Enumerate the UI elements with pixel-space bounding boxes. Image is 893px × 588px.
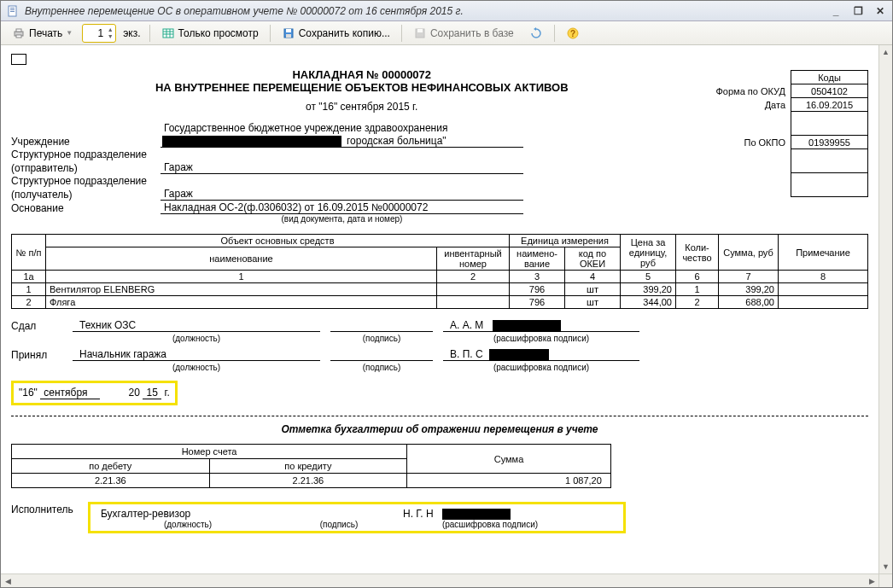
- org-text-1: Государственное бюджетное учреждение здр…: [161, 122, 523, 134]
- corner-box: [11, 54, 26, 65]
- save-copy-label: Сохранить копию...: [299, 27, 390, 39]
- print-button[interactable]: Печать ▼: [6, 24, 79, 43]
- svg-rect-6: [16, 35, 21, 38]
- spinner-up[interactable]: ▲: [105, 26, 115, 33]
- okpo-value: 01939955: [791, 136, 868, 149]
- th-sum: Сумма, руб: [719, 235, 779, 271]
- scrollbar-corner: [878, 573, 892, 587]
- redacted-org: [162, 136, 341, 147]
- executor-position: Бухгалтер-ревизор: [94, 508, 282, 520]
- date-value: 16.09.2015: [791, 98, 868, 112]
- scroll-down-icon[interactable]: ▼: [879, 560, 892, 573]
- printer-icon: [12, 26, 26, 40]
- th-note: Примечание: [779, 235, 868, 271]
- copies-spinner[interactable]: ▲▼: [82, 24, 116, 43]
- th-debit: по дебету: [12, 459, 210, 474]
- got-name: В. П. С: [443, 348, 639, 361]
- executor-block: Бухгалтер-ревизор Н. Г. Н (должность) (п…: [88, 502, 626, 533]
- th-ucode: код по ОКЕИ: [565, 247, 621, 271]
- document-icon: [6, 4, 20, 18]
- scroll-right-icon[interactable]: ▶: [865, 574, 878, 587]
- maximize-button[interactable]: ❐: [851, 4, 865, 18]
- svg-rect-14: [286, 34, 291, 38]
- main-table: № п/п Объект основных средств Единица из…: [11, 234, 868, 309]
- th-price: Цена за единицу, руб: [621, 235, 676, 271]
- accounting-table: Номер счета Сумма по дебету по кредиту 2…: [11, 444, 611, 488]
- gave-name: А. А. М: [443, 319, 639, 332]
- save-db-button[interactable]: Сохранить в базе: [407, 24, 520, 43]
- separator: [401, 25, 402, 42]
- table-icon: [161, 26, 175, 40]
- horizontal-scrollbar[interactable]: ◀ ▶: [1, 573, 878, 587]
- th-name: наименование: [46, 247, 437, 271]
- svg-rect-1: [10, 8, 15, 9]
- svg-rect-13: [286, 29, 291, 32]
- save-copy-button[interactable]: Сохранить копию...: [276, 24, 396, 43]
- receiver-label-2: (получатель): [11, 189, 161, 201]
- got-signature: [330, 360, 433, 361]
- copies-suffix: экз.: [120, 27, 143, 39]
- titlebar: Внутреннее перемещение ОС в оперативном …: [1, 1, 892, 21]
- got-label: Принял: [11, 349, 62, 361]
- gave-signature: [330, 331, 433, 332]
- okud-label: Форма по ОКУД: [713, 84, 791, 98]
- window: Внутреннее перемещение ОС в оперативном …: [0, 0, 893, 588]
- help-button[interactable]: ?: [560, 24, 586, 43]
- th-inv: инвентарный номер: [437, 247, 510, 271]
- th-obj: Объект основных средств: [46, 235, 510, 247]
- executor-label: Исполнитель: [11, 497, 88, 515]
- svg-rect-16: [417, 29, 423, 32]
- separator: [270, 25, 271, 42]
- minimize-button[interactable]: _: [829, 4, 843, 18]
- accounting-title: Отметка бухгалтерии об отражении перемещ…: [11, 423, 868, 435]
- sender-label-2: (отправитель): [11, 162, 161, 174]
- document-area: НАКЛАДНАЯ № 00000072 НА ВНУТРЕННЕЕ ПЕРЕМ…: [1, 45, 892, 587]
- sender-value: Гараж: [161, 161, 523, 174]
- okud-value: 0504102: [791, 84, 868, 98]
- separator: [149, 25, 150, 42]
- basis-caption: (вид документа, дата и номер): [161, 214, 523, 224]
- close-button[interactable]: ✕: [873, 4, 887, 18]
- th-npp: № п/п: [12, 235, 46, 271]
- doc-title-2: НА ВНУТРЕННЕЕ ПЕРЕМЕЩЕНИЕ ОБЪЕКТОВ НЕФИН…: [11, 81, 713, 94]
- floppy-db-icon: [413, 26, 427, 40]
- org-label: Учреждение: [11, 136, 161, 148]
- scroll-left-icon[interactable]: ◀: [1, 574, 15, 587]
- toolbar: Печать ▼ ▲▼ экз. Только просмотр Сохрани…: [1, 21, 892, 45]
- floppy-icon: [282, 26, 295, 40]
- svg-rect-3: [10, 11, 15, 12]
- footer-date: "16" сентября 20 15 г.: [11, 381, 178, 405]
- print-label: Печать: [29, 27, 62, 39]
- dashed-separator: [11, 416, 868, 416]
- okpo-label: По ОКПО: [713, 136, 791, 149]
- codes-header: Коды: [791, 71, 868, 84]
- separator: [554, 25, 555, 42]
- org-value: городская больница": [161, 135, 523, 148]
- preview-label: Только просмотр: [178, 27, 259, 39]
- spinner-down[interactable]: ▼: [105, 33, 115, 40]
- redacted-name: [489, 349, 549, 360]
- redacted-name: [493, 320, 561, 331]
- refresh-icon: [529, 26, 543, 40]
- executor-name: Н. Г. Н: [396, 508, 584, 520]
- th-credit: по кредиту: [209, 459, 407, 474]
- redacted-name: [442, 509, 511, 520]
- doc-title-1: НАКЛАДНАЯ № 00000072: [11, 68, 713, 81]
- table-row: 2.21.36 2.21.36 1 087,20: [12, 474, 611, 488]
- basis-label: Основание: [11, 202, 161, 214]
- help-icon: ?: [566, 26, 580, 40]
- copies-input[interactable]: [83, 27, 105, 39]
- refresh-button[interactable]: [523, 24, 549, 43]
- sender-label-1: Структурное подразделение: [11, 148, 161, 160]
- th-uname: наимено-вание: [510, 247, 565, 271]
- receiver-label-1: Структурное подразделение: [11, 175, 161, 187]
- preview-button[interactable]: Только просмотр: [155, 24, 265, 43]
- svg-rect-2: [10, 9, 15, 10]
- doc-date-line: от "16" сентября 2015 г.: [11, 101, 713, 113]
- vertical-scrollbar[interactable]: ▲ ▼: [878, 45, 892, 573]
- svg-rect-7: [163, 29, 173, 38]
- scroll-up-icon[interactable]: ▲: [879, 45, 892, 59]
- th-account: Номер счета: [12, 445, 407, 459]
- got-position: Начальник гаража: [73, 348, 320, 361]
- window-title: Внутреннее перемещение ОС в оперативном …: [25, 5, 829, 17]
